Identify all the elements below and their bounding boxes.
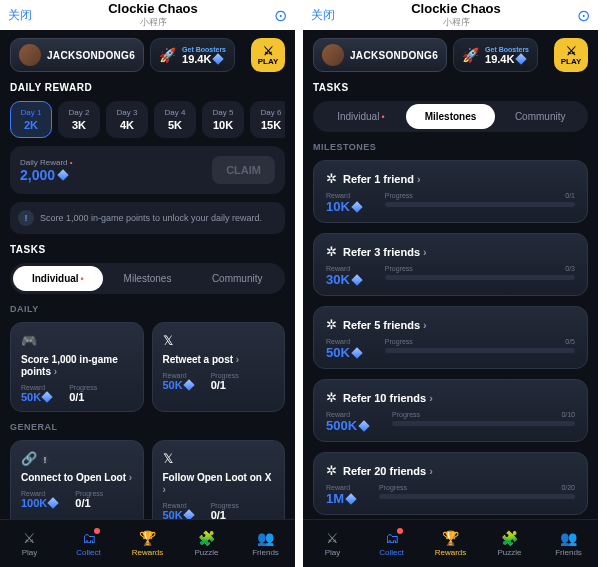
app-title: Clockie Chaos <box>335 1 577 16</box>
nav-rewards[interactable]: 🏆Rewards <box>421 520 480 567</box>
menu-button[interactable]: ⊙ <box>577 6 590 25</box>
link-icon: 🔗 ! <box>21 451 133 466</box>
user-pill[interactable]: JACKSONDONG6 <box>10 38 144 72</box>
tasks-heading: TASKS <box>10 244 285 255</box>
nav-puzzle[interactable]: 🧩Puzzle <box>177 520 236 567</box>
diamond-icon <box>48 497 59 508</box>
tab-community[interactable]: Community <box>495 104 585 129</box>
boosters-pill[interactable]: 🚀 Get Boosters 19.4K <box>150 38 235 72</box>
notification-dot: • <box>81 274 84 284</box>
username: JACKSONDONG6 <box>47 50 135 61</box>
day-1[interactable]: Day 12K <box>10 101 52 138</box>
progress-bar <box>385 202 575 207</box>
trophy-icon: 🏆 <box>139 530 156 546</box>
day-2[interactable]: Day 23K <box>58 101 100 138</box>
milestone-card[interactable]: ✲Refer 3 friends Reward30K Progress0/3 <box>313 233 588 296</box>
progress-bar <box>385 275 575 280</box>
claim-value: 2,000 <box>20 167 55 183</box>
milestone-card[interactable]: ✲Refer 10 friends Reward500K Progress0/1… <box>313 379 588 442</box>
boosters-value: 19.4K <box>485 53 514 65</box>
task-card-score[interactable]: 🎮 Score 1,000 in-game points Reward50K P… <box>10 322 144 412</box>
milestone-title: Refer 5 friends <box>343 319 427 331</box>
nav-play[interactable]: ⚔Play <box>303 520 362 567</box>
puzzle-icon: 🧩 <box>198 530 215 546</box>
tab-individual[interactable]: Individual• <box>316 104 406 129</box>
diamond-icon <box>57 169 68 180</box>
friends-icon: 👥 <box>560 530 577 546</box>
menu-button[interactable]: ⊙ <box>274 6 287 25</box>
boosters-pill[interactable]: 🚀 Get Boosters 19.4K <box>453 38 538 72</box>
milestone-card[interactable]: ✲Refer 1 friend Reward10K Progress0/1 <box>313 160 588 223</box>
progress-bar <box>379 494 575 499</box>
task-card-connect[interactable]: 🔗 ! Connect to Open Loot Reward100K Prog… <box>10 440 144 519</box>
milestone-card[interactable]: ✲Refer 5 friends Reward50K Progress0/5 <box>313 306 588 369</box>
day-6[interactable]: Day 615K <box>250 101 285 138</box>
rocket-icon: 🚀 <box>159 47 176 63</box>
trophy-icon: 🏆 <box>442 530 459 546</box>
app-subtitle: 小程序 <box>32 16 274 29</box>
day-3[interactable]: Day 34K <box>106 101 148 138</box>
day-5[interactable]: Day 510K <box>202 101 244 138</box>
task-tabs: Individual• Milestones Community <box>313 101 588 132</box>
friends-icon: 👥 <box>257 530 274 546</box>
play-button[interactable]: ⚔ PLAY <box>251 38 285 72</box>
task-card-follow[interactable]: 𝕏 Follow Open Loot on X Reward50K Progre… <box>152 440 286 519</box>
diamond-icon <box>345 493 356 504</box>
play-button[interactable]: ⚔ PLAY <box>554 38 588 72</box>
task-title: Score 1,000 in-game points <box>21 354 133 378</box>
swords-icon: ⚔ <box>263 45 274 57</box>
days-row[interactable]: Day 12K Day 23K Day 34K Day 45K Day 510K… <box>10 101 285 138</box>
app-title: Clockie Chaos <box>32 1 274 16</box>
header-row: JACKSONDONG6 🚀 Get Boosters 19.4K ⚔ PLAY <box>313 38 588 72</box>
rocket-icon: 🚀 <box>462 47 479 63</box>
diamond-icon <box>351 274 362 285</box>
task-title: Retweet a post <box>163 354 275 366</box>
play-label: PLAY <box>561 57 582 66</box>
fan-icon: ✲ <box>326 463 337 478</box>
topbar-title-wrap: Clockie Chaos 小程序 <box>32 1 274 29</box>
milestone-title: Refer 20 friends <box>343 465 433 477</box>
bottom-nav: ⚔Play 🗂Collect 🏆Rewards 🧩Puzzle 👥Friends <box>0 519 295 567</box>
tab-milestones[interactable]: Milestones <box>103 266 193 291</box>
daily-tasks-row: 🎮 Score 1,000 in-game points Reward50K P… <box>10 322 285 412</box>
diamond-icon <box>183 379 194 390</box>
claim-button[interactable]: CLAIM <box>212 156 275 184</box>
nav-rewards[interactable]: 🏆Rewards <box>118 520 177 567</box>
notification-dot <box>397 528 403 534</box>
milestone-title: Refer 1 friend <box>343 173 421 185</box>
play-label: PLAY <box>258 57 279 66</box>
task-title: Connect to Open Loot <box>21 472 133 484</box>
nav-friends[interactable]: 👥Friends <box>539 520 598 567</box>
nav-play[interactable]: ⚔Play <box>0 520 59 567</box>
tab-individual[interactable]: Individual• <box>13 266 103 291</box>
general-subheading: GENERAL <box>10 422 285 432</box>
header-row: JACKSONDONG6 🚀 Get Boosters 19.4K ⚔ PLAY <box>10 38 285 72</box>
close-button[interactable]: 关闭 <box>8 7 32 24</box>
tab-community[interactable]: Community <box>192 266 282 291</box>
user-pill[interactable]: JACKSONDONG6 <box>313 38 447 72</box>
claim-label: Daily Reward <box>20 158 73 167</box>
milestones-subheading: MILESTONES <box>313 142 588 152</box>
day-4[interactable]: Day 45K <box>154 101 196 138</box>
nav-collect[interactable]: 🗂Collect <box>59 520 118 567</box>
nav-friends[interactable]: 👥Friends <box>236 520 295 567</box>
nav-collect[interactable]: 🗂Collect <box>362 520 421 567</box>
username: JACKSONDONG6 <box>350 50 438 61</box>
milestone-card[interactable]: ✲Refer 20 friends Reward1M Progress0/20 <box>313 452 588 515</box>
fan-icon: ✲ <box>326 244 337 259</box>
daily-subheading: DAILY <box>10 304 285 314</box>
fan-icon: ✲ <box>326 390 337 405</box>
daily-reward-heading: DAILY REWARD <box>10 82 285 93</box>
nav-puzzle[interactable]: 🧩Puzzle <box>480 520 539 567</box>
close-button[interactable]: 关闭 <box>311 7 335 24</box>
swords-icon: ⚔ <box>566 45 577 57</box>
notification-dot <box>94 528 100 534</box>
task-title: Follow Open Loot on X <box>163 472 275 496</box>
tab-milestones[interactable]: Milestones <box>406 104 496 129</box>
diamond-icon <box>42 391 53 402</box>
topbar: 关闭 Clockie Chaos 小程序 ⊙ <box>0 0 295 30</box>
fan-icon: ✲ <box>326 171 337 186</box>
task-card-retweet[interactable]: 𝕏 Retweet a post Reward50K Progress0/1 <box>152 322 286 412</box>
task-tabs: Individual• Milestones Community <box>10 263 285 294</box>
diamond-icon <box>351 347 362 358</box>
